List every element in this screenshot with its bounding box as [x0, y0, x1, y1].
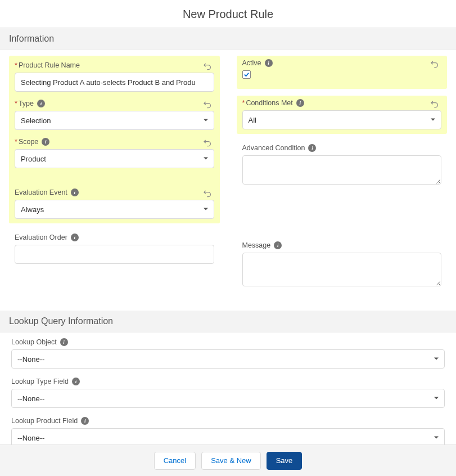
field-lookup-product: Lookup Product Field i --None--	[11, 417, 445, 444]
information-right-column: Active i *Conditions Met i	[237, 56, 448, 293]
info-icon[interactable]: i	[265, 59, 273, 67]
field-message: Message i	[237, 238, 448, 293]
page-title: New Product Rule	[0, 0, 456, 28]
field-product-rule-name: *Product Rule Name	[9, 58, 220, 96]
cancel-button[interactable]: Cancel	[154, 452, 196, 470]
product-rule-name-label: Product Rule Name	[19, 61, 80, 69]
lookup-object-label: Lookup Object	[11, 338, 57, 346]
evaluation-event-select[interactable]: Always	[15, 200, 214, 219]
footer-bar: Cancel Save & New Save	[0, 444, 456, 476]
lookup-type-field-label: Lookup Type Field	[11, 378, 69, 385]
advanced-condition-textarea[interactable]	[242, 155, 442, 185]
undo-icon[interactable]	[430, 59, 439, 70]
undo-icon[interactable]	[430, 99, 439, 110]
undo-icon[interactable]	[203, 61, 212, 72]
type-label: Type	[19, 100, 34, 107]
lookup-object-select[interactable]: --None--	[11, 349, 445, 369]
evaluation-order-input[interactable]	[15, 245, 214, 264]
field-lookup-object: Lookup Object i --None--	[11, 338, 445, 369]
product-rule-name-input[interactable]	[15, 73, 214, 92]
information-left-column: *Product Rule Name *Type i	[9, 56, 220, 293]
save-and-new-button[interactable]: Save & New	[201, 452, 261, 470]
field-lookup-type: Lookup Type Field i --None--	[11, 378, 445, 408]
conditions-met-select[interactable]: All	[242, 110, 442, 129]
field-conditions-met: *Conditions Met i All	[237, 96, 448, 134]
field-active: Active i	[237, 56, 448, 89]
info-icon[interactable]: i	[42, 138, 49, 146]
active-checkbox[interactable]	[242, 70, 251, 79]
scope-label: Scope	[19, 138, 38, 146]
message-textarea[interactable]	[242, 253, 442, 286]
undo-icon[interactable]	[203, 188, 212, 199]
info-icon[interactable]: i	[37, 100, 45, 107]
field-advanced-condition: Advanced Condition i	[237, 141, 448, 191]
field-type: *Type i Selection	[9, 96, 220, 134]
lookup-type-field-select[interactable]: --None--	[11, 389, 445, 408]
field-evaluation-order: Evaluation Order i	[9, 230, 220, 268]
field-scope: *Scope i Product	[9, 134, 220, 185]
undo-icon[interactable]	[203, 100, 212, 110]
scope-select[interactable]: Product	[15, 149, 214, 168]
info-icon[interactable]: i	[71, 188, 79, 196]
info-icon[interactable]: i	[308, 144, 316, 152]
advanced-condition-label: Advanced Condition	[242, 144, 305, 152]
info-icon[interactable]: i	[60, 338, 68, 346]
undo-icon[interactable]	[203, 138, 212, 149]
info-icon[interactable]: i	[274, 241, 282, 249]
save-button[interactable]: Save	[267, 452, 303, 470]
section-lookup-header: Lookup Query Information	[0, 311, 456, 333]
conditions-met-label: Conditions Met	[246, 99, 292, 107]
info-icon[interactable]: i	[71, 233, 79, 241]
evaluation-order-label: Evaluation Order	[15, 233, 67, 241]
info-icon[interactable]: i	[296, 99, 304, 107]
lookup-product-field-select[interactable]: --None--	[11, 428, 445, 444]
field-evaluation-event: Evaluation Event i Always	[9, 185, 220, 223]
lookup-product-field-label: Lookup Product Field	[11, 417, 78, 425]
info-icon[interactable]: i	[81, 417, 89, 425]
info-icon[interactable]: i	[72, 378, 80, 385]
type-select[interactable]: Selection	[15, 111, 214, 130]
active-label: Active	[242, 59, 261, 67]
section-information-header: Information	[0, 28, 456, 50]
evaluation-event-label: Evaluation Event	[15, 188, 67, 196]
message-label: Message	[242, 241, 271, 249]
